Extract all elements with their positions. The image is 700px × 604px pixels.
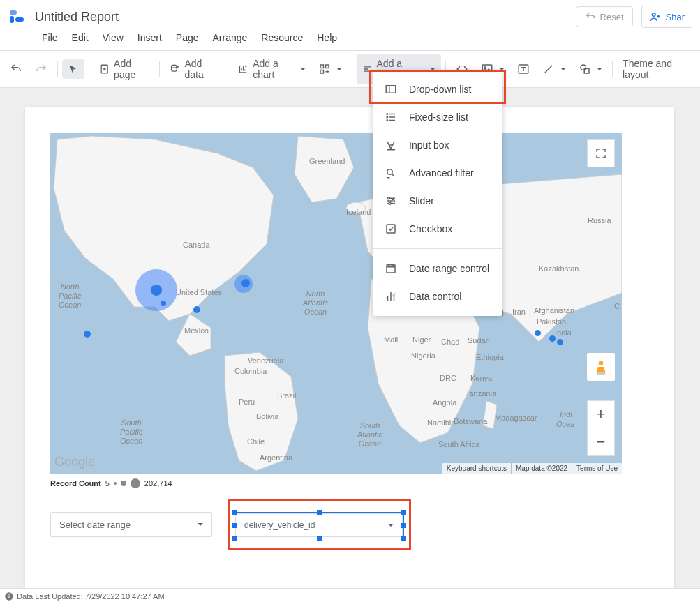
svg-point-18: [387, 169, 393, 175]
theme-button[interactable]: Theme and layout: [617, 54, 696, 84]
title-bar: Untitled Report Reset Shar: [0, 0, 700, 31]
redo-button[interactable]: [29, 59, 53, 80]
select-tool[interactable]: [62, 59, 84, 79]
fullscreen-button[interactable]: [587, 139, 615, 167]
map-bubble: [161, 301, 166, 306]
geo-map[interactable]: Greenland Iceland Canada United States M…: [50, 133, 622, 474]
label-nigeria: Nigeria: [411, 352, 435, 360]
chevron-down-icon: [198, 523, 203, 526]
input-box-icon: [384, 138, 398, 152]
slider-icon: [384, 194, 398, 208]
map-bubble: [535, 330, 541, 336]
canvas-area: Greenland Iceland Canada United States M…: [0, 88, 700, 604]
svg-rect-0: [10, 10, 17, 15]
map-bubble: [241, 279, 250, 287]
label-venezuela: Venezuela: [248, 356, 283, 365]
label-india: India: [555, 329, 572, 337]
svg-point-26: [597, 372, 606, 375]
svg-point-12: [581, 65, 586, 70]
legend-dot-small: [114, 482, 117, 485]
menu-item-advanced-filter[interactable]: Advanced filter: [373, 159, 502, 187]
selection-box: [234, 512, 404, 538]
label-chile: Chile: [247, 437, 265, 446]
label-ethiopia: Ethiopia: [476, 353, 504, 361]
menu-resource[interactable]: Resource: [261, 32, 303, 43]
label-pakistan: Pakistan: [537, 317, 566, 326]
fixed-list-icon: [384, 110, 398, 124]
info-icon: [4, 591, 14, 601]
menu-help[interactable]: Help: [317, 32, 337, 43]
menu-arrange[interactable]: Arrange: [213, 32, 248, 43]
svg-point-5: [172, 65, 177, 68]
add-chart-button[interactable]: Add a chart: [232, 54, 311, 84]
date-range-control[interactable]: Select date range: [50, 512, 212, 537]
report-canvas[interactable]: Greenland Iceland Canada United States M…: [25, 107, 674, 604]
menu-item-input-box[interactable]: Input box: [373, 131, 502, 159]
menu-item-fixed-list[interactable]: Fixed-size list: [373, 103, 502, 131]
label-colombia: Colombia: [234, 367, 267, 375]
menu-item-dropdown-list[interactable]: Drop-down list: [373, 75, 502, 103]
label-tanzania: Tanzania: [466, 389, 496, 398]
label-south-pacific: South Pacific Ocean: [120, 418, 142, 446]
svg-point-19: [388, 197, 390, 199]
status-footer: Data Last Updated: 7/29/2022 10:47:27 AM: [0, 588, 700, 604]
text-button[interactable]: [512, 59, 535, 80]
reset-button[interactable]: Reset: [576, 6, 633, 27]
label-iran: Iran: [512, 308, 526, 316]
community-viz-button[interactable]: [313, 59, 348, 80]
zoom-out-button[interactable]: −: [587, 428, 615, 456]
label-south-atlantic: South Atlantic Ocean: [357, 421, 382, 449]
add-data-button[interactable]: Add data: [164, 54, 223, 84]
svg-point-16: [387, 116, 388, 118]
label-mexico: Mexico: [184, 326, 209, 335]
legend-dot-med: [121, 481, 126, 486]
label-drc: DRC: [440, 374, 456, 382]
svg-rect-6: [320, 65, 324, 68]
share-button[interactable]: Shar: [641, 6, 692, 28]
menu-item-date-range[interactable]: Date range control: [373, 255, 502, 282]
menu-view[interactable]: View: [103, 32, 124, 43]
map-data: Map data ©2022: [511, 463, 572, 474]
menu-item-checkbox[interactable]: Checkbox: [373, 215, 502, 243]
menu-file[interactable]: File: [42, 32, 58, 43]
menu-edit[interactable]: Edit: [72, 32, 89, 43]
map-terms[interactable]: Terms of Use: [572, 463, 622, 474]
svg-rect-2: [15, 17, 24, 22]
add-page-button[interactable]: Add page: [94, 54, 156, 84]
label-peru: Peru: [239, 398, 255, 406]
label-bolivia: Bolivia: [256, 412, 278, 421]
menu-bar: File Edit View Insert Page Arrange Resou…: [0, 31, 700, 50]
checkbox-icon: [384, 222, 398, 236]
label-indi: Indi: [560, 410, 572, 419]
svg-point-20: [392, 200, 394, 202]
label-madagascar: Madagascar: [495, 414, 537, 422]
label-north-atlantic: North Atlantic Ocean: [303, 289, 328, 317]
line-button[interactable]: [537, 59, 572, 80]
label-russia: Russia: [588, 216, 611, 225]
zoom-in-button[interactable]: +: [587, 400, 615, 428]
svg-rect-7: [325, 65, 329, 68]
svg-point-25: [599, 361, 604, 365]
menu-item-data-control[interactable]: Data control: [373, 282, 502, 310]
undo-button[interactable]: [4, 59, 28, 80]
svg-point-21: [389, 202, 391, 204]
label-south-africa: South Africa: [438, 440, 479, 448]
map-footer: Keyboard shortcuts Map data ©2022 Terms …: [442, 463, 622, 474]
label-brazil: Brazil: [277, 391, 297, 400]
streetview-button[interactable]: [587, 353, 615, 381]
menu-page[interactable]: Page: [176, 32, 199, 43]
svg-rect-23: [387, 265, 395, 273]
label-us: United States: [176, 288, 222, 296]
date-range-icon: [384, 262, 398, 275]
legend-dot-large: [131, 478, 140, 488]
label-argentina: Argentina: [260, 453, 292, 462]
label-angola: Angola: [433, 398, 456, 407]
label-c: C: [614, 302, 620, 310]
shape-button[interactable]: [573, 59, 608, 80]
report-title[interactable]: Untitled Report: [35, 10, 119, 24]
map-shortcuts[interactable]: Keyboard shortcuts: [442, 463, 511, 474]
svg-rect-1: [10, 16, 14, 23]
menu-insert[interactable]: Insert: [137, 32, 162, 43]
svg-rect-22: [387, 225, 395, 233]
menu-item-slider[interactable]: Slider: [373, 187, 502, 215]
